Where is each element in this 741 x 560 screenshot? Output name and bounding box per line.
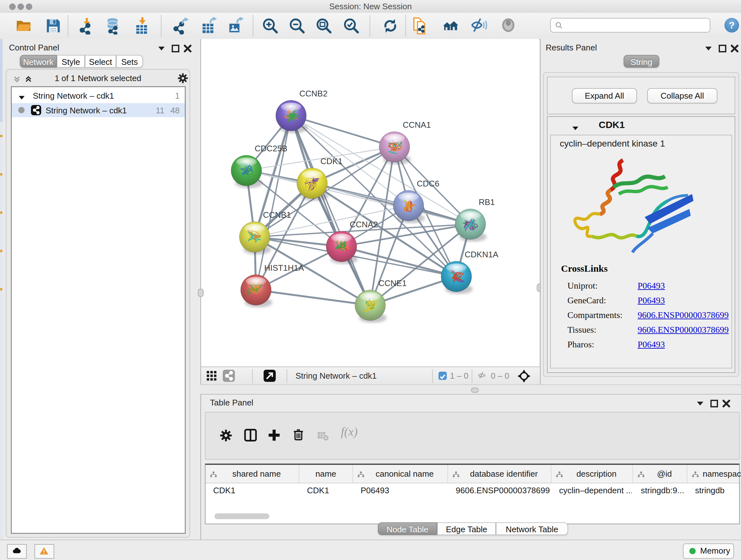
import-table-file-icon[interactable] bbox=[133, 17, 151, 35]
network-node[interactable]: CCNB1 bbox=[239, 210, 291, 254]
network-node[interactable]: CDKN1A bbox=[441, 250, 498, 294]
home-neighbors-icon[interactable] bbox=[442, 17, 459, 35]
column-header-name[interactable]: name bbox=[299, 465, 353, 483]
left-splitter-handle[interactable] bbox=[198, 289, 204, 297]
help-button[interactable]: ? bbox=[724, 18, 739, 33]
column-header-shared-name[interactable]: shared name bbox=[205, 465, 299, 483]
zoom-out-icon[interactable] bbox=[288, 17, 306, 35]
tab-network[interactable]: Network bbox=[20, 55, 57, 68]
show-columns-icon[interactable] bbox=[244, 428, 257, 444]
export-table-icon[interactable] bbox=[200, 17, 218, 35]
table-cell[interactable]: CDK1 bbox=[213, 483, 298, 497]
table-settings-gear-icon[interactable] bbox=[219, 429, 232, 444]
control-panel-float-icon[interactable] bbox=[157, 44, 166, 53]
delete-column-icon[interactable] bbox=[292, 428, 305, 444]
table-cell[interactable]: P06493 bbox=[360, 483, 447, 497]
control-panel-maximize-icon[interactable] bbox=[171, 44, 180, 53]
results-panel-float-icon[interactable] bbox=[704, 44, 713, 53]
network-node[interactable]: RB1 bbox=[455, 197, 495, 242]
network-canvas[interactable]: CCNB2CCNA1CDC25BCDK1CDC6RB1CCNB1CCNA2CDK… bbox=[200, 39, 539, 367]
gene-collapse-arrow-icon[interactable] bbox=[572, 123, 579, 134]
column-header-namespace[interactable]: namespace bbox=[687, 465, 741, 483]
column-header--id[interactable]: @id bbox=[633, 465, 687, 483]
collapse-all-button[interactable]: Collapse All bbox=[647, 88, 718, 104]
save-session-icon[interactable] bbox=[45, 17, 62, 35]
function-builder-icon[interactable]: f(x) bbox=[341, 425, 358, 439]
network-options-gear-icon[interactable] bbox=[178, 73, 188, 86]
network-edge[interactable] bbox=[291, 116, 370, 305]
network-node[interactable]: CDC25B bbox=[231, 144, 287, 188]
add-column-icon[interactable] bbox=[267, 428, 281, 444]
table-panel-maximize-icon[interactable] bbox=[710, 399, 719, 408]
horizontal-splitter[interactable] bbox=[200, 384, 741, 395]
cloud-status-button[interactable] bbox=[7, 544, 27, 559]
table-cell[interactable]: CDK1 bbox=[307, 483, 352, 497]
search-input[interactable] bbox=[550, 18, 711, 33]
import-network-file-icon[interactable] bbox=[78, 17, 95, 35]
tab-style[interactable]: Style bbox=[57, 55, 85, 68]
birdseye-grid-icon[interactable] bbox=[206, 370, 217, 384]
table-row[interactable]: CDK1CDK1P064939606.ENSP00000378699cyclin… bbox=[205, 483, 739, 497]
tab-select[interactable]: Select bbox=[85, 55, 116, 68]
results-panel-close-icon[interactable] bbox=[730, 44, 739, 53]
network-share-icon bbox=[31, 105, 41, 115]
tab-sets[interactable]: Sets bbox=[116, 55, 143, 68]
network-node[interactable]: CDK1 bbox=[297, 157, 342, 201]
control-panel-title: Control Panel bbox=[9, 43, 59, 53]
crosslink-uniprot[interactable]: P06493 bbox=[637, 278, 665, 293]
refresh-icon[interactable] bbox=[382, 17, 399, 35]
clone-network-icon[interactable] bbox=[411, 17, 428, 35]
network-node[interactable]: CCNB2 bbox=[276, 89, 327, 133]
network-node[interactable]: HIST1H1A bbox=[241, 263, 304, 307]
hide-selected-icon[interactable] bbox=[470, 17, 488, 35]
warning-status-button[interactable] bbox=[35, 544, 54, 559]
crosslink-compartments[interactable]: 9606.ENSP00000378699 bbox=[637, 308, 729, 322]
column-header-database-identifier[interactable]: database identifier bbox=[448, 465, 551, 483]
collapse-arrow-icon[interactable] bbox=[18, 94, 25, 104]
zoom-fit-icon[interactable] bbox=[315, 17, 333, 35]
network-edge[interactable] bbox=[256, 290, 370, 305]
table-cell[interactable]: cyclin–dependent ... bbox=[559, 483, 632, 497]
open-in-window-icon[interactable] bbox=[264, 370, 276, 382]
network-view-title: String Network – cdk1 bbox=[295, 371, 377, 381]
crosshair-icon[interactable] bbox=[517, 369, 531, 386]
column-header-description[interactable]: description bbox=[551, 465, 633, 483]
network-node[interactable]: CCNA1 bbox=[379, 120, 431, 165]
table-cell[interactable]: 9606.ENSP00000378699 bbox=[456, 483, 550, 497]
import-network-database-icon[interactable] bbox=[105, 17, 122, 35]
zoom-selected-icon[interactable] bbox=[343, 17, 360, 35]
tab-edge-table[interactable]: Edge Table bbox=[437, 522, 496, 535]
crosslink-genecard[interactable]: P06493 bbox=[637, 293, 665, 308]
close-window-button[interactable] bbox=[9, 3, 16, 10]
show-all-icon[interactable] bbox=[500, 17, 518, 35]
export-image-icon[interactable] bbox=[227, 17, 245, 35]
crosslink-tissues[interactable]: 9606.ENSP00000378699 bbox=[637, 322, 729, 337]
control-panel-close-icon[interactable] bbox=[183, 44, 192, 53]
table-cell[interactable]: stringdb bbox=[695, 483, 741, 497]
table-cell[interactable]: stringdb:9... bbox=[641, 483, 686, 497]
delete-table-icon[interactable] bbox=[317, 430, 329, 445]
network-share-toggle-icon[interactable] bbox=[223, 370, 235, 382]
tab-node-table[interactable]: Node Table bbox=[378, 522, 437, 535]
table-panel-close-icon[interactable] bbox=[722, 399, 731, 408]
export-network-icon[interactable] bbox=[172, 17, 190, 35]
network-collection-row[interactable]: String Network – cdk1 1 bbox=[12, 90, 185, 103]
crosslink-pharos[interactable]: P06493 bbox=[637, 337, 665, 352]
open-session-icon[interactable] bbox=[15, 17, 32, 35]
horizontal-scrollbar[interactable] bbox=[207, 513, 730, 520]
zoom-window-button[interactable] bbox=[26, 3, 32, 10]
minimize-window-button[interactable] bbox=[17, 3, 24, 10]
zoom-in-icon[interactable] bbox=[262, 17, 279, 35]
table-panel-float-icon[interactable] bbox=[696, 399, 704, 408]
network-node[interactable]: CCNE1 bbox=[355, 278, 407, 323]
memory-button[interactable]: Memory bbox=[683, 543, 734, 559]
tab-network-table[interactable]: Network Table bbox=[496, 522, 568, 535]
results-panel-maximize-icon[interactable] bbox=[718, 44, 727, 53]
column-header-canonical-name[interactable]: canonical name bbox=[353, 465, 448, 483]
network-edge-count: 48 bbox=[171, 106, 180, 116]
collection-count: 1 bbox=[175, 91, 180, 101]
tab-string[interactable]: String bbox=[623, 55, 659, 68]
selected-checkbox-icon[interactable] bbox=[439, 372, 447, 380]
expand-all-button[interactable]: Expand All bbox=[572, 88, 637, 104]
network-row-selected[interactable]: String Network – cdk1 11 48 bbox=[12, 103, 185, 117]
